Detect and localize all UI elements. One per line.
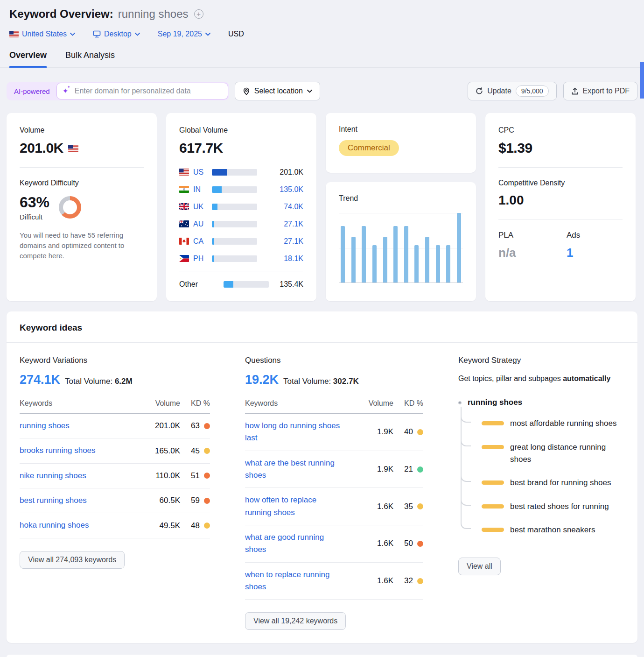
strategy-topic-label: best brand for running shoes: [510, 477, 611, 489]
col-header-keywords: Keywords: [20, 399, 143, 414]
trend-bar: [383, 237, 387, 283]
strategy-topic-label: great long distance running shoes: [510, 441, 622, 466]
page-title-keyword: running shoes: [118, 7, 189, 21]
database-selector[interactable]: United States: [9, 30, 75, 38]
global-volume-row: PH 18.1K: [179, 250, 303, 267]
kd-dot: [204, 523, 210, 529]
table-row: brooks running shoes 165.0K 45: [20, 438, 210, 463]
tab-bulk-analysis[interactable]: Bulk Analysis: [65, 50, 115, 68]
kd-level: Difficult: [20, 213, 49, 221]
ads-value[interactable]: 1: [567, 246, 580, 260]
kd-number: 59: [191, 496, 200, 505]
table-row: running shoes 201.0K 63: [20, 414, 210, 438]
trend-bar: [404, 226, 408, 283]
country-volume: 201.0K: [257, 168, 303, 177]
country-link[interactable]: PH: [193, 254, 208, 263]
keyword-link[interactable]: how often to replace running shoes: [245, 494, 343, 519]
strategy-topic-label: best rated shoes for running: [510, 501, 609, 513]
strategy-topic-label: best marathon sneakers: [510, 524, 595, 536]
keyword-link[interactable]: when to replace running shoes: [245, 569, 343, 593]
kd-donut-chart: [59, 196, 81, 219]
keyword-link[interactable]: best running shoes: [20, 495, 87, 507]
questions-count[interactable]: 19.2K: [245, 373, 279, 387]
view-all-strategy-button[interactable]: View all: [458, 558, 501, 575]
country-volume[interactable]: 18.1K: [257, 254, 303, 263]
country-link[interactable]: UK: [193, 203, 208, 211]
kd-dot: [417, 429, 423, 435]
keyword-link[interactable]: running shoes: [20, 420, 70, 432]
questions-title: Questions: [245, 356, 423, 365]
country-volume[interactable]: 27.1K: [257, 237, 303, 246]
select-location-button[interactable]: Select location: [235, 82, 320, 100]
kd-dot: [417, 466, 423, 473]
keyword-volume: 110.0K: [143, 463, 180, 488]
global-volume-row: UK 74.0K: [179, 198, 303, 215]
ai-powered-group: AI-powered ✦✦: [7, 82, 229, 100]
table-row: hoka running shoes 49.5K 48: [20, 513, 210, 538]
keyword-link[interactable]: what are the best running shoes: [245, 457, 343, 482]
strategy-root: running shoes: [458, 398, 624, 412]
ads-label: Ads: [567, 231, 580, 240]
country-link[interactable]: AU: [193, 220, 208, 228]
competitive-density-label: Competitive Density: [498, 179, 623, 187]
keyword-strategy-section: Keyword Strategy Get topics, pillar and …: [458, 356, 624, 630]
filters-row: United States Desktop Sep 19, 2025 USD: [9, 30, 635, 38]
kd-number: 32: [404, 576, 413, 586]
update-button[interactable]: Update 9/5,000: [468, 82, 556, 100]
keyword-link[interactable]: hoka running shoes: [20, 519, 89, 531]
desktop-icon: [93, 30, 101, 38]
country-link[interactable]: US: [193, 168, 208, 177]
country-volume[interactable]: 135.0K: [257, 185, 303, 194]
us-flag-icon: [9, 31, 19, 37]
tree-connector: [461, 412, 471, 423]
trend-chart: [339, 213, 463, 283]
view-all-variations-button[interactable]: View all 274,093 keywords: [20, 551, 125, 569]
device-label: Desktop: [104, 30, 132, 38]
kd-number: 21: [404, 465, 413, 474]
strategy-topic: most affordable running shoes: [458, 412, 624, 435]
domain-input[interactable]: [75, 87, 222, 95]
keyword-link[interactable]: how long do running shoes last: [245, 420, 343, 445]
pla-value: n/a: [498, 246, 567, 260]
scrollbar-thumb[interactable]: [640, 62, 644, 99]
keyword-variations-section: Keyword Variations 274.1K Total Volume: …: [20, 356, 210, 630]
next-card-edge: [7, 655, 637, 657]
select-location-label: Select location: [254, 87, 303, 95]
table-row: best running shoes 60.5K 59: [20, 488, 210, 513]
strategy-tree: running shoes most affordable running sh…: [458, 398, 624, 542]
volume-bar: [212, 221, 257, 227]
tree-connector: [461, 471, 471, 482]
domain-input-wrap: ✦✦: [56, 83, 228, 99]
view-all-questions-button[interactable]: View all 19,242 keywords: [245, 612, 346, 630]
us-flag-icon: [179, 169, 189, 176]
strategy-topic: best rated shoes for running: [458, 495, 624, 518]
kd-value: 63%: [20, 194, 49, 211]
keyword-link[interactable]: brooks running shoes: [20, 445, 96, 457]
table-row: what are the best running shoes 1.9K 21: [245, 451, 423, 488]
variations-count[interactable]: 274.1K: [20, 373, 60, 387]
country-link[interactable]: CA: [193, 237, 208, 246]
keyword-volume: 1.6K: [356, 488, 393, 525]
tab-overview[interactable]: Overview: [9, 50, 47, 68]
root-dot-icon: [458, 401, 462, 404]
col-header-volume: Volume: [143, 399, 180, 414]
country-volume[interactable]: 74.0K: [257, 203, 303, 211]
country-link[interactable]: IN: [193, 185, 208, 194]
date-selector[interactable]: Sep 19, 2025: [158, 30, 210, 38]
questions-table: Keywords Volume KD % how long do running…: [245, 399, 423, 600]
keyword-link[interactable]: what are good running shoes: [245, 531, 343, 556]
toolbar: AI-powered ✦✦ Select location Update 9/5…: [7, 82, 637, 100]
page-header: Keyword Overview: running shoes + United…: [0, 0, 644, 68]
country-volume[interactable]: 27.1K: [257, 220, 303, 228]
kd-dot: [417, 503, 423, 509]
device-selector[interactable]: Desktop: [93, 30, 140, 38]
other-label: Other: [179, 280, 203, 289]
kd-number: 40: [404, 427, 413, 437]
export-pdf-button[interactable]: Export to PDF: [563, 82, 637, 100]
strategy-title: Keyword Strategy: [458, 356, 624, 365]
strategy-subtitle: Get topics, pillar and subpages automati…: [458, 374, 624, 384]
keyword-link[interactable]: nike running shoes: [20, 470, 86, 482]
intent-badge[interactable]: Commercial: [339, 140, 399, 156]
pillar-bar-icon: [482, 504, 504, 509]
add-keyword-icon[interactable]: +: [194, 9, 203, 19]
